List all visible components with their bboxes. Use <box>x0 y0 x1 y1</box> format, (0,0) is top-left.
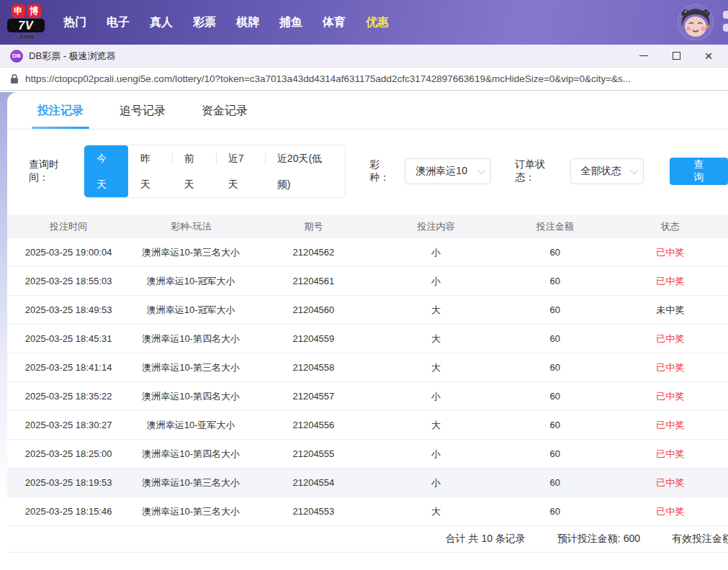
table-row: 2025-03-25 18:15:46澳洲幸运10-第三名大小21204553大… <box>7 497 728 526</box>
cell-issue: 21204556 <box>252 420 374 430</box>
cell-time: 2025-03-25 18:45:31 <box>7 333 130 344</box>
table-row: 2025-03-25 19:00:04澳洲幸运10-第三名大小21204562小… <box>7 238 728 267</box>
col-header-content: 投注内容 <box>374 220 497 233</box>
browser-favicon: DB <box>10 50 23 63</box>
table-row: 2025-03-25 18:19:53澳洲幸运10-第三名大小21204554小… <box>7 469 728 497</box>
cell-status: 已中奖 <box>613 361 728 374</box>
chevron-down-icon <box>629 166 637 174</box>
url-text: https://ctopcp02pcali.uengi5e.com/lotter… <box>25 73 631 84</box>
cell-content: 大 <box>374 332 497 345</box>
cell-time: 2025-03-25 18:25:00 <box>7 448 130 459</box>
table-row: 2025-03-25 18:45:31澳洲幸运10-第四名大小21204559大… <box>7 325 728 353</box>
col-header-amount: 投注金额 <box>498 220 613 233</box>
status-select-value: 全部状态 <box>581 165 621 178</box>
tab-fund-records[interactable]: 资金记录 <box>202 104 248 129</box>
cell-time: 2025-03-25 18:19:53 <box>7 477 130 488</box>
cell-issue: 21204557 <box>252 391 374 402</box>
cell-time: 2025-03-25 18:49:53 <box>7 304 130 315</box>
cell-amount: 60 <box>498 304 613 315</box>
nav-item-hot[interactable]: 热门 <box>63 15 86 30</box>
table-row: 2025-03-25 18:41:14澳洲幸运10-第三名大小21204558大… <box>7 353 728 382</box>
page-body: 投注记录 追号记录 资金记录 查询时间： 今天 昨天 前天 近7天 近20天(低… <box>0 92 728 570</box>
nav-item-cards[interactable]: 棋牌 <box>236 15 259 30</box>
cell-amount: 60 <box>498 333 613 344</box>
nav-item-lottery[interactable]: 彩票 <box>193 15 216 30</box>
minimize-button[interactable] <box>637 50 650 63</box>
cell-game: 澳洲幸运10-第三名大小 <box>130 246 252 259</box>
table-header-row: 投注时间 彩种-玩法 期号 投注内容 投注金额 状态 <box>7 215 728 238</box>
time-option-yesterday[interactable]: 昨天 <box>128 145 172 197</box>
close-button[interactable]: × <box>702 50 715 63</box>
cell-content: 小 <box>374 476 497 489</box>
cell-game: 澳洲幸运10-亚军大小 <box>130 419 252 432</box>
cell-amount: 60 <box>498 391 613 402</box>
avatar-illustration <box>678 5 713 40</box>
browser-urlbar[interactable]: https://ctopcp02pcali.uengi5e.com/lotter… <box>0 68 728 91</box>
cell-time: 2025-03-25 18:15:46 <box>7 506 130 517</box>
table-row: 2025-03-25 18:35:22澳洲幸运10-第四名大小21204557小… <box>7 382 728 411</box>
window-title: DB彩票 - 极速浏览器 <box>29 50 116 63</box>
cell-issue: 21204558 <box>252 362 374 373</box>
nav-item-live[interactable]: 真人 <box>150 15 173 30</box>
maximize-button[interactable] <box>670 50 683 63</box>
time-option-daybefore[interactable]: 前天 <box>172 145 216 197</box>
summary-expected-amount: 预计投注金额: 600 <box>557 533 640 546</box>
table-row: 2025-03-25 18:55:03澳洲幸运10-冠军大小21204561小6… <box>7 267 728 296</box>
col-header-issue: 期号 <box>252 220 374 233</box>
nav-item-sports[interactable]: 体育 <box>323 15 346 30</box>
cell-status: 已中奖 <box>613 332 728 345</box>
cell-status: 已中奖 <box>613 419 728 432</box>
col-header-status: 状态 <box>613 220 728 233</box>
logo-badge-2: 博 <box>27 4 41 18</box>
cell-content: 小 <box>374 448 497 461</box>
lottery-select[interactable]: 澳洲幸运10 <box>405 158 491 184</box>
cell-amount: 60 <box>498 448 613 459</box>
cell-game: 澳洲幸运10-第三名大小 <box>130 361 252 374</box>
time-option-20days[interactable]: 近20天(低频) <box>265 145 345 197</box>
site-logo[interactable]: 申 博 7V .com <box>7 4 45 40</box>
record-tabs: 投注记录 追号记录 资金记录 <box>7 92 728 130</box>
cell-game: 澳洲幸运10-第四名大小 <box>130 332 252 345</box>
cell-time: 2025-03-25 18:30:27 <box>7 420 130 430</box>
time-option-7days[interactable]: 近7天 <box>216 145 265 197</box>
order-status-select[interactable]: 全部状态 <box>570 158 644 184</box>
cell-amount: 60 <box>498 362 613 373</box>
cell-time: 2025-03-25 18:41:14 <box>7 362 130 373</box>
col-header-game-play: 彩种-玩法 <box>130 220 252 233</box>
cell-game: 澳洲幸运10-第三名大小 <box>130 505 252 518</box>
cell-status: 已中奖 <box>613 505 728 518</box>
tab-bet-records[interactable]: 投注记录 <box>37 104 84 129</box>
cell-status: 未中奖 <box>613 304 728 317</box>
records-card: 投注记录 追号记录 资金记录 查询时间： 今天 昨天 前天 近7天 近20天(低… <box>7 92 728 570</box>
cell-issue: 21204555 <box>252 448 374 459</box>
table-row: 2025-03-25 18:25:00澳洲幸运10-第四名大小21204555小… <box>7 440 728 469</box>
nav-item-slots[interactable]: 电子 <box>107 15 130 30</box>
nav-item-fishing[interactable]: 捕鱼 <box>279 15 302 30</box>
cell-status: 已中奖 <box>613 246 728 259</box>
cell-status: 已中奖 <box>613 448 728 461</box>
time-filter-label: 查询时间： <box>29 158 78 184</box>
cell-content: 大 <box>374 505 497 518</box>
chevron-down-icon <box>477 166 485 174</box>
cell-time: 2025-03-25 18:35:22 <box>7 391 130 402</box>
search-button[interactable]: 查询 <box>670 158 728 185</box>
cell-issue: 21204562 <box>252 247 374 258</box>
cell-content: 大 <box>374 361 497 374</box>
cell-content: 大 <box>374 419 497 432</box>
cell-game: 澳洲幸运10-第三名大小 <box>130 476 252 489</box>
site-nav-menu: 热门 电子 真人 彩票 棋牌 捕鱼 体育 优惠 <box>63 15 389 30</box>
tab-chase-records[interactable]: 追号记录 <box>120 104 166 129</box>
cell-issue: 21204560 <box>252 304 374 315</box>
app-window: 申 博 7V .com 热门 电子 真人 彩票 棋牌 捕鱼 体育 优惠 <box>0 0 728 570</box>
table-row: 2025-03-25 18:30:27澳洲幸运10-亚军大小21204556大6… <box>7 411 728 440</box>
lottery-filter-label: 彩种： <box>369 158 399 184</box>
table-row: 2025-03-25 18:49:53澳洲幸运10-冠军大小21204560大6… <box>7 296 728 325</box>
cell-status: 已中奖 <box>613 275 728 288</box>
site-navbar: 申 博 7V .com 热门 电子 真人 彩票 棋牌 捕鱼 体育 优惠 <box>0 0 728 45</box>
nav-item-promo[interactable]: 优惠 <box>366 15 389 30</box>
time-option-today[interactable]: 今天 <box>84 145 128 197</box>
user-avatar[interactable] <box>678 5 713 40</box>
cell-amount: 60 <box>498 276 613 286</box>
cell-amount: 60 <box>498 420 613 430</box>
summary-total-count: 合计 共 10 条记录 <box>446 533 526 546</box>
